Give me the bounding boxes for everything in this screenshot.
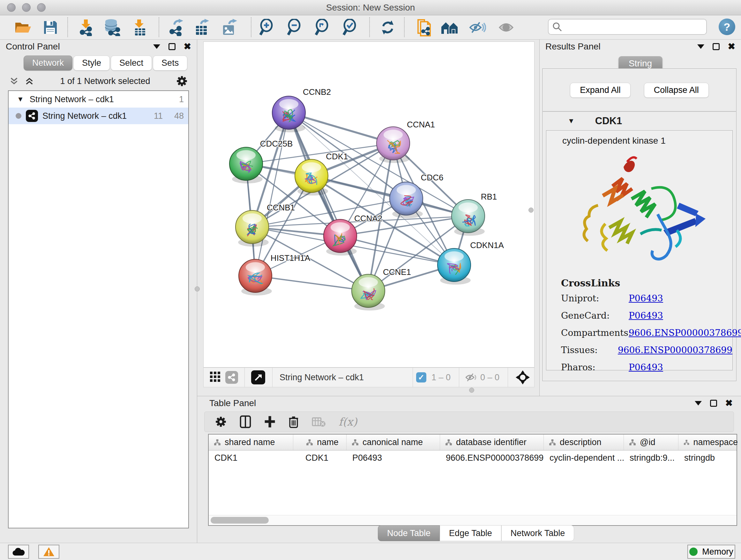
import-network-database-button[interactable] bbox=[104, 18, 121, 37]
column-header-database-identifier[interactable]: database identifier bbox=[440, 435, 544, 450]
network-edge[interactable] bbox=[255, 276, 368, 291]
collection-count: 1 bbox=[179, 95, 184, 105]
column-header-shared-name[interactable]: shared name bbox=[209, 435, 293, 450]
first-neighbors-button[interactable] bbox=[441, 18, 459, 37]
table-horizontal-scrollbar[interactable] bbox=[209, 515, 737, 525]
right-splitter-handle[interactable] bbox=[529, 207, 534, 212]
help-button[interactable]: ? bbox=[719, 18, 735, 35]
column-header-id[interactable]: @id bbox=[624, 435, 678, 450]
network-node-CDKN1A[interactable]: CDKN1A bbox=[437, 240, 504, 285]
zoom-selected-button[interactable] bbox=[341, 18, 359, 37]
gene-section-header[interactable]: ▼ CDK1 bbox=[543, 112, 736, 130]
pharos-link[interactable]: P06493 bbox=[629, 362, 663, 373]
export-image-button[interactable] bbox=[220, 18, 239, 37]
network-edge[interactable] bbox=[255, 113, 289, 276]
search-input[interactable] bbox=[565, 22, 702, 32]
network-node-CCNA1[interactable]: CCNA1 bbox=[377, 120, 435, 163]
export-table-button[interactable] bbox=[193, 18, 211, 37]
table-row[interactable]: CDK1 CDK1 P06493 9606.ENSP00000378699 cy… bbox=[209, 450, 737, 465]
network-node-CDK1[interactable]: CDK1 bbox=[295, 152, 348, 196]
export-network-button[interactable] bbox=[167, 18, 185, 37]
tab-node-table[interactable]: Node Table bbox=[378, 525, 440, 541]
import-network-file-button[interactable] bbox=[77, 18, 95, 37]
collapse-all-button[interactable]: Collapse All bbox=[644, 83, 709, 98]
zoom-in-button[interactable] bbox=[258, 18, 276, 37]
memory-button[interactable]: Memory bbox=[687, 545, 735, 559]
new-network-from-selection-button[interactable] bbox=[415, 18, 433, 37]
tab-select[interactable]: Select bbox=[111, 56, 152, 71]
add-column-icon[interactable] bbox=[264, 415, 275, 428]
network-node-CDC25B[interactable]: CDC25B bbox=[229, 139, 293, 184]
left-splitter-handle[interactable] bbox=[195, 287, 200, 292]
string-tab-icon[interactable] bbox=[225, 371, 238, 384]
horizontal-splitter-handle[interactable] bbox=[469, 388, 474, 393]
cloud-button[interactable] bbox=[8, 545, 29, 559]
grid-view-icon[interactable] bbox=[209, 371, 221, 384]
network-canvas[interactable]: CCNB2CCNA1CDC25BCDK1CDC6RB1CCNB1CCNA2CDK… bbox=[203, 42, 535, 368]
column-header-description[interactable]: description bbox=[544, 435, 624, 450]
refresh-view-button[interactable] bbox=[379, 18, 397, 37]
window-close-button[interactable] bbox=[7, 3, 16, 12]
tab-network[interactable]: Network bbox=[23, 56, 72, 71]
network-edge[interactable] bbox=[289, 113, 368, 291]
crosslink-label: Uniprot: bbox=[561, 293, 629, 304]
import-network-icon bbox=[78, 19, 94, 36]
table-panel-close-icon[interactable]: ✖ bbox=[725, 399, 733, 408]
network-edge[interactable] bbox=[340, 236, 454, 265]
open-session-button[interactable] bbox=[14, 18, 31, 37]
control-panel-close-icon[interactable]: ✖ bbox=[184, 42, 191, 51]
import-table-icon bbox=[132, 19, 147, 36]
compartments-link[interactable]: 9606.ENSP00000378699 bbox=[629, 327, 741, 338]
gear-icon[interactable] bbox=[176, 75, 188, 87]
expand-all-button[interactable]: Expand All bbox=[570, 83, 630, 98]
pan-crosshair-icon[interactable] bbox=[516, 370, 530, 384]
collection-expand-icon[interactable]: ▼ bbox=[17, 95, 24, 104]
network-node-CCNB2[interactable]: CCNB2 bbox=[272, 87, 331, 132]
tab-sets[interactable]: Sets bbox=[153, 56, 187, 71]
tissues-link[interactable]: 9606.ENSP00000378699 bbox=[618, 345, 732, 355]
scrollbar-thumb[interactable] bbox=[211, 517, 269, 523]
network-row-selected[interactable]: String Network – cdk1 11 48 bbox=[9, 108, 188, 124]
network-node-RB1[interactable]: RB1 bbox=[452, 192, 497, 236]
control-panel-float-icon[interactable] bbox=[169, 43, 176, 50]
table-panel-float-icon[interactable] bbox=[710, 400, 717, 407]
tab-style[interactable]: Style bbox=[73, 56, 110, 71]
network-node-CCNB1[interactable]: CCNB1 bbox=[235, 203, 295, 247]
window-minimize-button[interactable] bbox=[22, 3, 30, 12]
network-node-HIST1H1A[interactable]: HIST1H1A bbox=[239, 253, 311, 296]
zoom-out-button[interactable] bbox=[286, 18, 304, 37]
tab-network-table[interactable]: Network Table bbox=[501, 525, 575, 541]
zoom-fit-button[interactable] bbox=[313, 18, 331, 37]
column-header-namespace[interactable]: namespace bbox=[678, 435, 738, 450]
table-settings-gear-icon[interactable] bbox=[215, 416, 227, 428]
control-panel-menu-icon[interactable] bbox=[153, 44, 160, 49]
birds-eye-view-icon[interactable] bbox=[251, 370, 265, 384]
genecard-link[interactable]: P06493 bbox=[629, 310, 663, 321]
tab-edge-table[interactable]: Edge Table bbox=[440, 525, 501, 541]
crosslinks-title: CrossLinks bbox=[561, 277, 732, 289]
show-columns-icon[interactable] bbox=[240, 415, 251, 428]
node-label-RB1: RB1 bbox=[481, 192, 497, 201]
column-header-canonical-name[interactable]: canonical name bbox=[347, 435, 440, 450]
results-panel-close-icon[interactable]: ✖ bbox=[728, 42, 735, 51]
cell-shared-name: CDK1 bbox=[209, 450, 293, 465]
results-panel-menu-icon[interactable] bbox=[697, 44, 704, 49]
uniprot-link[interactable]: P06493 bbox=[629, 293, 663, 304]
hide-selected-button[interactable] bbox=[468, 18, 486, 37]
warnings-button[interactable] bbox=[38, 545, 59, 559]
network-collection-row[interactable]: ▼ String Network – cdk1 1 bbox=[9, 91, 188, 108]
expand-all-icon[interactable] bbox=[24, 76, 35, 86]
import-table-file-button[interactable] bbox=[131, 18, 149, 37]
save-session-button[interactable] bbox=[42, 18, 59, 37]
delete-column-icon[interactable] bbox=[288, 415, 299, 428]
results-panel-float-icon[interactable] bbox=[713, 43, 720, 50]
show-all-button[interactable] bbox=[497, 18, 515, 37]
network-node-CDC6[interactable]: CDC6 bbox=[390, 173, 443, 219]
selected-checkbox-icon[interactable]: ✓ bbox=[416, 372, 426, 382]
collapse-all-icon[interactable] bbox=[9, 76, 19, 86]
window-maximize-button[interactable] bbox=[37, 3, 46, 12]
table-panel-menu-icon[interactable] bbox=[695, 401, 702, 406]
gene-collapse-icon[interactable]: ▼ bbox=[568, 117, 575, 125]
column-header-name[interactable]: name bbox=[293, 435, 347, 450]
memory-status-dot bbox=[689, 548, 697, 556]
